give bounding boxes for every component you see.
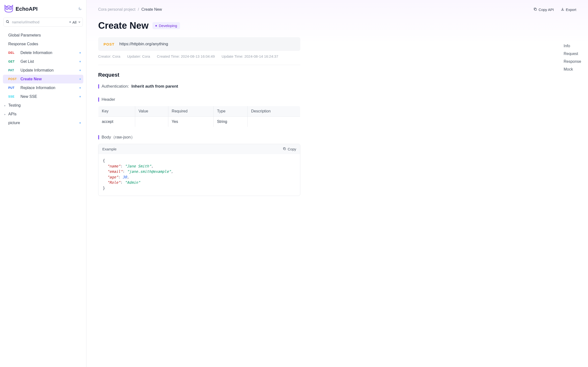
search-filter-all[interactable]: All xyxy=(69,20,81,24)
nav-response-codes[interactable]: Response Codes xyxy=(3,40,83,48)
nav-folder-picture[interactable]: picture xyxy=(3,119,83,127)
chevron-down-icon xyxy=(78,20,81,24)
anchor-response[interactable]: Response xyxy=(564,59,581,64)
col-description: Description xyxy=(248,106,300,117)
svg-rect-6 xyxy=(535,9,537,10)
meta-creator: Creator: Cora xyxy=(98,54,120,58)
url-box: POST https://httpbin.org/anything xyxy=(98,37,300,51)
col-required: Required xyxy=(168,106,213,117)
search-wrap: All xyxy=(3,18,83,27)
nav-api-replace-information[interactable]: PUT Replace Information xyxy=(3,83,83,92)
meta-updater: Updater: Cora xyxy=(127,54,150,58)
main: Cora personal project / Create New Copy … xyxy=(86,0,588,367)
col-type: Type xyxy=(213,106,247,117)
table-row: accept Yes String xyxy=(98,117,300,127)
svg-point-3 xyxy=(10,8,11,9)
subsection-body: Body（raw-json） xyxy=(98,134,300,140)
caret-right-icon: ▸ xyxy=(4,104,6,107)
svg-point-2 xyxy=(7,8,8,9)
subsection-header: Header xyxy=(98,97,300,102)
status-dot-icon xyxy=(79,122,81,124)
nav-api-get-list[interactable]: GET Get List xyxy=(3,57,83,66)
search-icon xyxy=(6,20,9,24)
breadcrumb-current: Create New xyxy=(141,7,162,12)
status-dot-icon xyxy=(79,52,81,54)
copy-icon xyxy=(533,7,537,12)
theme-toggle-icon[interactable] xyxy=(78,6,82,12)
auth-value: Inherit auth from parent xyxy=(131,84,178,89)
body-code: { "name": "Jane Smith", "email": "jane.s… xyxy=(98,154,300,196)
nav-api-create-new[interactable]: POST Create New xyxy=(3,75,83,83)
status-dot-icon xyxy=(79,61,81,62)
section-title-request: Request xyxy=(98,72,300,78)
status-dot-icon xyxy=(79,96,81,97)
anchor-request[interactable]: Request xyxy=(564,52,581,56)
request-url: https://httpbin.org/anything xyxy=(119,42,168,46)
divider xyxy=(98,65,300,65)
nav-folder-testing[interactable]: ▸ Testing xyxy=(3,101,83,110)
svg-rect-8 xyxy=(284,148,286,150)
sidebar: EchoAPI All Global Parameters Response C… xyxy=(0,0,86,367)
nav-api-update-information[interactable]: PAT Update Information xyxy=(3,66,83,75)
copy-icon xyxy=(283,147,286,151)
page-title: Create New xyxy=(98,20,149,31)
section-marker-icon xyxy=(98,84,99,89)
col-key: Key xyxy=(98,106,135,117)
nav-folder-apis[interactable]: ▸ APIs xyxy=(3,110,83,119)
app-name: EchoAPI xyxy=(16,6,38,12)
status-dot-icon xyxy=(79,78,81,80)
logo[interactable]: EchoAPI xyxy=(4,4,38,14)
status-dot-icon xyxy=(155,25,157,27)
status-dot-icon xyxy=(79,87,81,89)
status-badge: Developing xyxy=(152,22,180,29)
title-row: Create New Developing xyxy=(98,20,300,31)
section-marker-icon xyxy=(98,97,99,102)
anchor-mock[interactable]: Mock xyxy=(564,67,581,72)
anchor-info[interactable]: Info xyxy=(564,44,581,48)
svg-line-5 xyxy=(8,22,9,23)
body-block: Example Copy { "name": "Jane Smith", "em… xyxy=(98,144,300,196)
meta-created-time: Created Time: 2024-08-13 16:04:49 xyxy=(157,54,215,58)
copy-body-button[interactable]: Copy xyxy=(283,147,296,151)
nav-api-delete-information[interactable]: DEL Delete Information xyxy=(3,48,83,57)
svg-point-4 xyxy=(6,20,9,22)
download-icon xyxy=(561,7,564,12)
top-row: Cora personal project / Create New Copy … xyxy=(98,7,576,12)
request-method: POST xyxy=(104,42,114,46)
breadcrumb-sep: / xyxy=(138,7,139,12)
meta-update-time: Update Time: 2024-08-14 16:24:37 xyxy=(222,54,278,58)
top-actions: Copy API Export xyxy=(533,7,576,12)
col-value: Value xyxy=(135,106,168,117)
nav: Global Parameters Response Codes DEL Del… xyxy=(3,31,83,364)
nav-global-parameters[interactable]: Global Parameters xyxy=(3,31,83,40)
header-table: Key Value Required Type Description acce… xyxy=(98,106,300,127)
owl-icon xyxy=(4,4,14,14)
meta-row: Creator: Cora Updater: Cora Created Time… xyxy=(98,54,300,58)
subsection-auth: Authentication: Inherit auth from parent xyxy=(98,84,300,89)
filter-label: All xyxy=(72,20,76,24)
logo-row: EchoAPI xyxy=(3,3,83,18)
breadcrumb: Cora personal project / Create New xyxy=(98,7,162,12)
export-button[interactable]: Export xyxy=(561,7,576,12)
caret-right-icon: ▸ xyxy=(4,113,6,116)
section-marker-icon xyxy=(98,135,99,139)
status-dot-icon xyxy=(69,21,71,23)
copy-api-button[interactable]: Copy API xyxy=(533,7,554,12)
body-head: Example Copy xyxy=(98,144,300,154)
nav-api-new-sse[interactable]: SSE New SSE xyxy=(3,92,83,101)
status-dot-icon xyxy=(79,70,81,71)
example-label: Example xyxy=(102,147,116,151)
anchor-nav: Info Request Response Mock xyxy=(564,44,581,72)
breadcrumb-project[interactable]: Cora personal project xyxy=(98,7,135,12)
